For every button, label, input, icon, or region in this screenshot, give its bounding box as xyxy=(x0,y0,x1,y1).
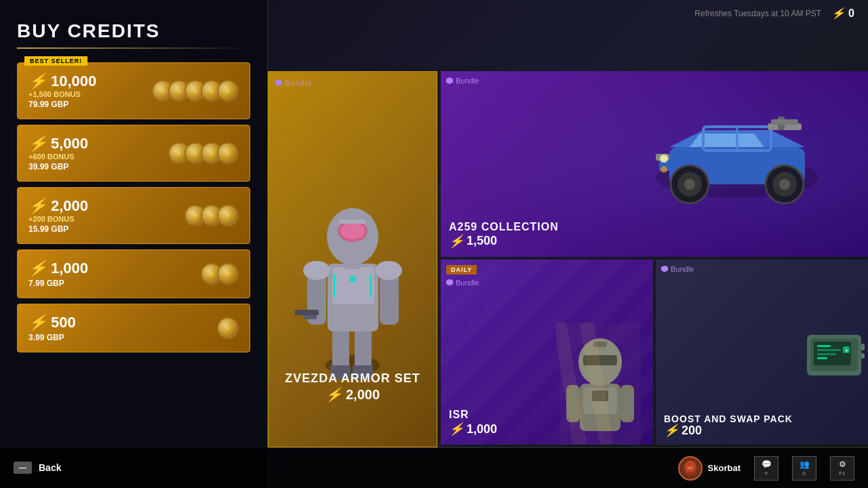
svg-point-14 xyxy=(340,223,365,239)
svg-rect-44 xyxy=(620,385,634,422)
badge-text: Bundle xyxy=(456,77,479,85)
credit-option-500[interactable]: ⚡ 500 3.99 GBP ⚡ xyxy=(17,304,250,352)
featured-zvezda[interactable]: Bundle xyxy=(268,71,437,447)
f1-key-label: F1 xyxy=(839,470,845,476)
bottom-bar-right: Skorbat 💬 Y 👥 0 ⚙ F1 xyxy=(268,447,868,488)
credit-value: 10,000 xyxy=(51,73,96,90)
coin: ⚡ xyxy=(217,263,239,285)
credit-bonus: +600 BONUS xyxy=(28,152,88,161)
a259-title: A259 COLLECTION xyxy=(449,221,559,233)
title-underline xyxy=(17,47,250,49)
featured-label: Bundle xyxy=(275,79,312,88)
svg-rect-6 xyxy=(332,267,374,304)
credit-coins: ⚡ ⚡ ⚡ ⚡ ⚡ xyxy=(157,80,239,102)
user-avatar xyxy=(678,456,703,481)
credit-value: 2,000 xyxy=(51,197,88,215)
price-icon: ⚡ xyxy=(449,422,464,436)
credit-price: 39.99 GBP xyxy=(28,162,88,171)
store-item-boost[interactable]: Bundle BOOST AND SWAP PACK ⚡ 200 xyxy=(656,260,868,445)
buy-credits-panel: BUY CREDITS BEST SELLER! ⚡ 10,000 +1,500… xyxy=(0,0,268,488)
isr-char-area xyxy=(547,260,654,445)
svg-point-17 xyxy=(375,261,402,280)
credit-value: 5,000 xyxy=(51,135,88,152)
isr-title: ISR xyxy=(449,409,469,421)
back-label[interactable]: Back xyxy=(39,462,61,473)
y-key-label: Y xyxy=(764,470,768,476)
main-content: Refreshes Tuesdays at 10 AM PST ⚡ 0 Bund… xyxy=(268,0,868,488)
price-icon: ⚡ xyxy=(326,386,342,403)
svg-rect-70 xyxy=(817,353,836,355)
boost-bundle-badge: Bundle xyxy=(661,265,694,273)
credit-symbol: ⚡ xyxy=(28,260,47,277)
price-value: 200 xyxy=(682,424,702,438)
svg-rect-29 xyxy=(771,119,798,125)
boost-item-img: + xyxy=(804,331,858,372)
chat-icon: 💬 xyxy=(762,460,772,469)
header: Refreshes Tuesdays at 10 AM PST ⚡ 0 xyxy=(694,7,854,20)
credits-icon: ⚡ xyxy=(831,7,845,20)
credit-coins: ⚡ xyxy=(222,317,239,339)
people-count: 0 xyxy=(803,470,806,476)
credit-bonus: +1,500 BONUS xyxy=(28,90,96,98)
bottom-bar-left: — Back xyxy=(0,447,268,488)
credit-price: 3.99 GBP xyxy=(28,333,76,342)
isr-daily-badge: DAILY xyxy=(446,265,477,274)
svg-point-37 xyxy=(779,179,790,190)
credit-amount: ⚡ 5,000 xyxy=(28,135,88,152)
svg-rect-71 xyxy=(817,357,827,359)
credit-option-left: ⚡ 1,000 7.99 GBP xyxy=(28,260,88,288)
svg-text:+: + xyxy=(845,348,848,354)
svg-point-38 xyxy=(660,155,668,163)
credit-price: 7.99 GBP xyxy=(28,279,88,288)
credit-coins: ⚡ ⚡ xyxy=(206,263,239,285)
price-value: 2,000 xyxy=(346,387,380,403)
credit-price: 15.99 GBP xyxy=(28,224,88,234)
store-item-isr[interactable]: DAILY Bundle ISR ⚡ 1,000 xyxy=(441,260,653,445)
boost-pack-svg: + xyxy=(804,331,865,379)
store-item-a259[interactable]: Bundle A259 COLLECTION ⚡ 1,500 xyxy=(441,71,868,257)
svg-rect-78 xyxy=(688,466,692,470)
bundle-hex-icon xyxy=(446,77,453,84)
a259-price: ⚡ 1,500 xyxy=(449,234,497,249)
credit-amount: ⚡ 10,000 xyxy=(28,73,96,90)
svg-rect-72 xyxy=(861,344,865,350)
best-seller-badge: BEST SELLER! xyxy=(24,56,87,66)
isr-character-svg xyxy=(556,323,644,445)
svg-point-20 xyxy=(349,276,356,283)
featured-label-text: Bundle xyxy=(285,79,312,87)
credit-option-2000[interactable]: ⚡ 2,000 +200 BONUS 15.99 GBP ⚡ ⚡ ⚡ xyxy=(17,187,250,244)
hud-user: Skorbat xyxy=(678,456,741,481)
coin: ⚡ xyxy=(217,80,239,102)
svg-rect-9 xyxy=(295,310,319,315)
isr-bundle-badge: Bundle xyxy=(446,279,479,287)
people-button[interactable]: 👥 0 xyxy=(792,456,816,481)
refresh-text: Refreshes Tuesdays at 10 AM PST xyxy=(694,9,821,18)
badge-text: Bundle xyxy=(456,279,479,287)
credit-symbol: ⚡ xyxy=(28,135,47,152)
bundle-hex-icon xyxy=(275,79,282,86)
credit-option-10000[interactable]: BEST SELLER! ⚡ 10,000 +1,500 BONUS 79.99… xyxy=(17,62,250,119)
credit-amount: ⚡ 2,000 xyxy=(28,197,88,215)
price-value: 1,500 xyxy=(467,234,497,248)
credit-price: 79.99 GBP xyxy=(28,100,96,109)
featured-title: ZVEZDA ARMOR SET xyxy=(275,371,430,386)
credit-option-left: ⚡ 2,000 +200 BONUS 15.99 GBP xyxy=(28,197,88,234)
svg-rect-68 xyxy=(817,345,831,347)
credit-value: 1,000 xyxy=(51,260,88,277)
buy-credits-title: BUY CREDITS xyxy=(17,20,250,42)
credit-symbol: ⚡ xyxy=(28,73,47,90)
credit-option-5000[interactable]: ⚡ 5,000 +600 BONUS 39.99 GBP ⚡ ⚡ ⚡ ⚡ xyxy=(17,125,250,182)
chat-button[interactable]: 💬 Y xyxy=(754,456,778,481)
credit-option-1000[interactable]: ⚡ 1,000 7.99 GBP ⚡ ⚡ xyxy=(17,249,250,298)
credit-option-left: ⚡ 5,000 +600 BONUS 39.99 GBP xyxy=(28,135,88,171)
credit-symbol: ⚡ xyxy=(28,197,47,215)
credits-value: 0 xyxy=(848,7,854,20)
boost-price: ⚡ 200 xyxy=(664,423,702,438)
credit-amount: ⚡ 500 xyxy=(28,314,76,331)
settings-button[interactable]: ⚙ F1 xyxy=(830,456,854,481)
svg-rect-73 xyxy=(861,353,865,359)
price-icon: ⚡ xyxy=(664,423,679,438)
price-icon: ⚡ xyxy=(449,234,464,249)
credit-value: 500 xyxy=(51,314,76,331)
coin: ⚡ xyxy=(217,205,239,226)
